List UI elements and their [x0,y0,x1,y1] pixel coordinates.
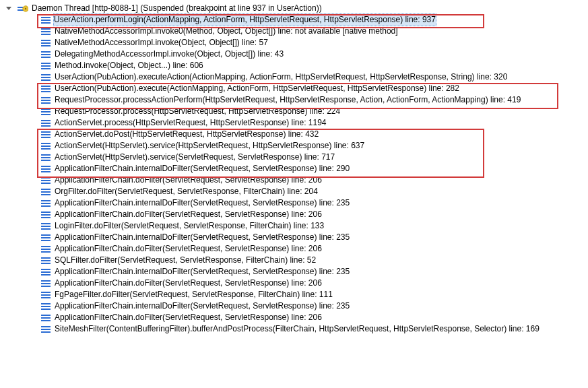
stack-frame-icon [40,255,51,266]
stack-frame-row[interactable]: ApplicationFilterChain.internalDoFilter(… [0,232,588,243]
stack-frame-row[interactable]: Method.invoke(Object, Object...) line: 6… [0,60,588,71]
stack-frame-label: ActionServlet(HttpServlet).service(Servl… [54,152,335,163]
stack-frame-icon [40,61,51,71]
stack-frame-label: FgPageFilter.doFilter(ServletRequest, Se… [54,289,333,300]
stack-frame-row[interactable]: ActionServlet(HttpServlet).service(Servl… [0,152,588,163]
stack-frame-label: ApplicationFilterChain.internalDoFilter(… [54,197,350,209]
stack-frame-icon [40,72,51,83]
stack-frame-icon [40,164,51,174]
stack-frame-row[interactable]: RequestProcessor.process(HttpServletRequ… [0,106,588,117]
stack-frame-label: ActionServlet.process(HttpServletRequest… [54,117,327,129]
stack-frame-row[interactable]: OrgFilter.doFilter(ServletRequest, Servl… [0,186,588,197]
stack-frame-label: RequestProcessor.process(HttpServletRequ… [54,106,341,117]
stack-frame-row[interactable]: ActionServlet.doPost(HttpServletRequest,… [0,129,588,140]
stack-frame-icon [40,49,51,60]
stack-frame-row[interactable]: DelegatingMethodAccessorImpl.invoke(Obje… [0,48,588,60]
stack-frame-icon [40,152,51,163]
stack-frame-icon [40,267,51,278]
stack-frame-label: LoginFilter.doFilter(ServletRequest, Ser… [54,220,325,232]
stack-frame-icon [40,118,51,129]
stack-frame-label: Method.invoke(Object, Object...) line: 6… [54,60,204,71]
stack-frame-icon [40,290,51,300]
stack-frame-label: UserAction(PubAction).executeAction(Acti… [54,71,508,83]
thread-label: Daemon Thread [http-8088-1] (Suspended (… [31,3,323,14]
stack-frame-icon [40,15,51,26]
stack-frame-icon [40,244,51,255]
stack-frame-row[interactable]: UserAction.performLogin(ActionMapping, A… [0,14,588,26]
stack-frame-row[interactable]: ApplicationFilterChain.doFilter(ServletR… [0,174,588,186]
stack-frame-row[interactable]: LoginFilter.doFilter(ServletRequest, Ser… [0,220,588,232]
stack-frame-icon [40,106,51,117]
stack-frame-row[interactable]: SQLFilter.doFilter(ServletRequest, Servl… [0,255,588,266]
stack-frame-label: ApplicationFilterChain.doFilter(ServletR… [54,278,323,289]
call-stack-tree: Daemon Thread [http-8088-1] (Suspended (… [0,0,588,335]
thread-row[interactable]: Daemon Thread [http-8088-1] (Suspended (… [0,3,588,14]
stack-frame-label: SQLFilter.doFilter(ServletRequest, Servl… [54,255,317,266]
stack-frame-label: NativeMethodAccessorImpl.invoke0(Method,… [54,26,399,37]
stack-frame-label: ApplicationFilterChain.internalDoFilter(… [54,163,350,174]
stack-frame-icon [40,175,51,186]
stack-frame-row[interactable]: UserAction(PubAction).executeAction(Acti… [0,71,588,83]
stack-frame-icon [40,95,51,106]
stack-frame-icon [40,232,51,243]
stack-frame-row[interactable]: FgPageFilter.doFilter(ServletRequest, Se… [0,289,588,300]
stack-frame-label: ActionServlet(HttpServlet).service(HttpS… [54,140,365,152]
stack-frame-row[interactable]: UserAction(PubAction).execute(ActionMapp… [0,83,588,94]
stack-frame-icon [40,26,51,37]
suspended-thread-icon [18,3,28,14]
stack-frame-row[interactable]: ApplicationFilterChain.internalDoFilter(… [0,163,588,174]
stack-frame-label: ApplicationFilterChain.doFilter(ServletR… [54,174,323,186]
stack-frame-icon [40,187,51,197]
stack-frame-icon [40,209,51,220]
stack-frame-label: SiteMeshFilter(ContentBufferingFilter).b… [54,323,540,335]
stack-frame-label: ApplicationFilterChain.doFilter(ServletR… [54,243,323,255]
stack-frame-label: ApplicationFilterChain.internalDoFilter(… [54,300,350,312]
stack-frame-row[interactable]: ApplicationFilterChain.doFilter(ServletR… [0,278,588,289]
stack-frame-row[interactable]: ActionServlet.process(HttpServletRequest… [0,117,588,129]
stack-frame-icon [40,84,51,94]
stack-frame-label: RequestProcessor.processActionPerform(Ht… [54,94,521,106]
stack-frame-row[interactable]: ApplicationFilterChain.doFilter(ServletR… [0,312,588,323]
svg-point-3 [25,7,26,9]
stack-frame-icon [40,221,51,232]
stack-frame-row[interactable]: SiteMeshFilter(ContentBufferingFilter).b… [0,323,588,335]
stack-frame-icon [40,129,51,140]
expander-collapse-icon[interactable] [5,5,12,12]
stack-frame-row[interactable]: ApplicationFilterChain.doFilter(ServletR… [0,243,588,255]
stack-frame-label: UserAction.performLogin(ActionMapping, A… [53,13,436,26]
stack-frame-row[interactable]: ApplicationFilterChain.internalDoFilter(… [0,300,588,312]
stack-frame-row[interactable]: ActionServlet(HttpServlet).service(HttpS… [0,140,588,152]
stack-frame-label: NativeMethodAccessorImpl.invoke(Object, … [54,37,269,48]
stack-frame-icon [40,278,51,289]
stack-frame-row[interactable]: ApplicationFilterChain.internalDoFilter(… [0,266,588,278]
stack-frame-row[interactable]: ApplicationFilterChain.doFilter(ServletR… [0,209,588,220]
stack-frame-icon [40,324,51,335]
stack-frame-icon [40,301,51,312]
stack-frame-label: ApplicationFilterChain.internalDoFilter(… [54,232,350,243]
stack-frame-row[interactable]: NativeMethodAccessorImpl.invoke0(Method,… [0,26,588,37]
stack-frame-label: ApplicationFilterChain.internalDoFilter(… [54,266,350,278]
stack-frame-row[interactable]: ApplicationFilterChain.internalDoFilter(… [0,197,588,209]
stack-frame-label: ActionServlet.doPost(HttpServletRequest,… [54,129,319,140]
stack-frame-icon [40,38,51,48]
stack-frame-label: ApplicationFilterChain.doFilter(ServletR… [54,209,323,220]
stack-frame-icon [40,198,51,209]
stack-frame-label: UserAction(PubAction).execute(ActionMapp… [54,83,460,94]
stack-frame-label: DelegatingMethodAccessorImpl.invoke(Obje… [54,48,284,60]
stack-frame-icon [40,141,51,152]
stack-frame-icon [40,313,51,323]
stack-frame-label: OrgFilter.doFilter(ServletRequest, Servl… [54,186,319,197]
stack-frame-row[interactable]: RequestProcessor.processActionPerform(Ht… [0,94,588,106]
stack-frame-row[interactable]: NativeMethodAccessorImpl.invoke(Object, … [0,37,588,48]
stack-frame-label: ApplicationFilterChain.doFilter(ServletR… [54,312,323,323]
